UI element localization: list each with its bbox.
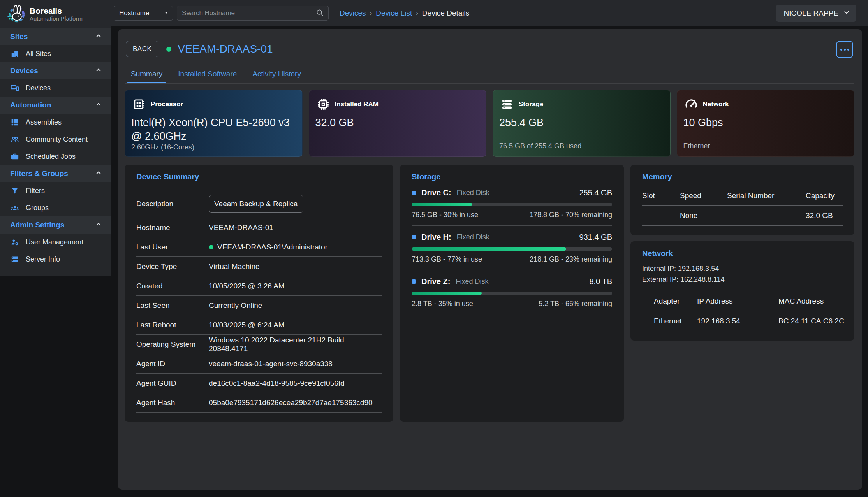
devices-icon (10, 83, 19, 93)
user-menu-button[interactable]: NICOLE RAPPE (776, 5, 856, 22)
ram-subtext (315, 142, 479, 150)
drive-h-block: Drive H: Fixed Disk 931.4 GB 713.3 GB - … (412, 226, 612, 270)
tab-summary[interactable]: Summary (130, 67, 163, 83)
summary-row-operating-system: Operating System Windows 10 2022 Datacen… (136, 335, 382, 354)
summary-row-agent-guid: Agent GUID de16c0c1-8aa2-4d18-9585-9ce91… (136, 374, 382, 393)
row-value: 10/05/2025 @ 3:26 AM (209, 282, 382, 290)
network-col-adapter: Adapter (654, 297, 697, 306)
app-root: Borealis Automation Platform Sites All S… (0, 0, 868, 497)
grid-icon (10, 118, 19, 127)
search-icon[interactable] (316, 9, 324, 18)
filter-icon (10, 186, 19, 195)
caret-down-icon (164, 9, 169, 17)
sidebar: Borealis Automation Platform Sites All S… (0, 0, 111, 497)
search-field-dropdown[interactable]: Hostname (114, 6, 173, 21)
sidebar-section-devices[interactable]: Devices (0, 62, 111, 79)
device-summary-panel: Device Summary Description Hostname VEEA… (125, 165, 393, 422)
brand-name: Borealis (30, 6, 83, 15)
briefcase-icon (10, 152, 19, 161)
card-title: Network (703, 100, 729, 108)
more-options-button[interactable] (836, 41, 853, 58)
network-row: Ethernet 192.168.3.54 BC:24:11:CA:C6:2C (642, 311, 843, 331)
row-value: de16c0c1-8aa2-4d18-9585-9ce91cf056fd (209, 379, 382, 388)
tab-installed-software[interactable]: Installed Software (177, 67, 238, 83)
panels-row: Device Summary Description Hostname VEEA… (125, 165, 854, 422)
sidebar-section-filters-groups[interactable]: Filters & Groups (0, 165, 111, 182)
memory-row: None 32.0 GB (642, 205, 843, 226)
drive-used: 2.8 TB - 35% in use (412, 300, 473, 308)
row-label: Agent GUID (136, 379, 209, 388)
brand-header[interactable]: Borealis Automation Platform (0, 0, 111, 28)
drive-total: 255.4 GB (579, 188, 612, 197)
row-label: Description (136, 200, 209, 208)
drive-h-progress-fill (412, 247, 566, 251)
breadcrumb-current: Device Details (422, 9, 469, 18)
borealis-rabbit-logo-icon (5, 3, 26, 25)
search-field-selected: Hostname (119, 9, 149, 17)
drive-h-progressbar (412, 247, 612, 251)
sidebar-section-sites[interactable]: Sites (0, 28, 111, 45)
drive-total: 931.4 GB (579, 233, 612, 242)
device-summary-table: Description Hostname VEEAM-DRAAS-01 Last… (136, 190, 382, 413)
sidebar-item-label: Filters (26, 187, 45, 195)
drive-bullet-icon (412, 235, 416, 239)
sidebar-item-community-content[interactable]: Community Content (0, 131, 111, 148)
back-button[interactable]: BACK (126, 41, 158, 57)
network-panel-title: Network (642, 249, 843, 258)
summary-row-created: Created 10/05/2025 @ 3:26 AM (136, 276, 382, 296)
breadcrumb: Devices › Device List › Device Details (340, 9, 469, 18)
card-title: Installed RAM (335, 100, 379, 108)
search-input[interactable] (182, 9, 316, 17)
row-value: 10/03/2025 @ 6:24 AM (209, 321, 382, 329)
breadcrumb-devices[interactable]: Devices (340, 9, 366, 18)
user-name: NICOLE RAPPE (784, 9, 838, 18)
row-label: Agent Hash (136, 399, 209, 407)
drive-z-progress-fill (412, 292, 482, 295)
chevron-up-icon (95, 32, 102, 41)
online-status-dot (209, 245, 213, 249)
sidebar-item-all-sites[interactable]: All Sites (0, 45, 111, 62)
network-table: Adapter IP Address MAC Address Ethernet … (642, 295, 843, 331)
sidebar-item-groups[interactable]: Groups (0, 199, 111, 216)
processor-card: Processor Intel(R) Xeon(R) CPU E5-2690 v… (125, 90, 303, 157)
server-icon (10, 255, 19, 264)
sidebar-section-automation[interactable]: Automation (0, 97, 111, 114)
summary-row-last-seen: Last Seen Currently Online (136, 296, 382, 315)
breadcrumb-device-list[interactable]: Device List (376, 9, 412, 18)
sidebar-item-label: Scheduled Jobs (26, 153, 76, 161)
section-label: Filters & Groups (10, 169, 68, 178)
section-label: Admin Settings (10, 221, 64, 229)
device-status-dot (166, 47, 171, 52)
sidebar-item-filters[interactable]: Filters (0, 182, 111, 199)
row-value: 05ba0e7935171d626ecea29b27d7ae175363cd90 (209, 399, 382, 407)
drive-total: 8.0 TB (589, 277, 612, 286)
row-value: VEEAM-DRAAS-01\Administrator (217, 243, 327, 251)
sidebar-item-server-info[interactable]: Server Info (0, 251, 111, 268)
memory-table: Slot Speed Serial Number Capacity None (642, 189, 843, 226)
row-label: Operating System (136, 340, 209, 349)
drive-name: Drive C: (421, 188, 451, 197)
card-title: Processor (151, 100, 183, 108)
sidebar-item-user-management[interactable]: User Management (0, 234, 111, 251)
storage-panel-title: Storage (412, 172, 612, 181)
sidebar-item-label: Server Info (26, 255, 60, 263)
network-panel: Network Internal IP: 192.168.3.54 Extern… (630, 241, 854, 341)
sidebar-item-devices[interactable]: Devices (0, 79, 111, 97)
drive-remaining: 218.1 GB - 23% remaining (530, 255, 612, 263)
drive-remaining: 178.8 GB - 70% remaining (530, 211, 612, 219)
description-input[interactable] (209, 195, 303, 213)
network-col-ip: IP Address (697, 297, 778, 306)
ram-value: 32.0 GB (315, 116, 479, 130)
topbar: Hostname Devices › Device List › Device … (111, 0, 868, 26)
device-summary-title: Device Summary (136, 172, 382, 181)
chevron-up-icon (95, 101, 102, 110)
sidebar-item-scheduled-jobs[interactable]: Scheduled Jobs (0, 148, 111, 165)
tab-activity-history[interactable]: Activity History (252, 67, 302, 83)
sidebar-section-admin-settings[interactable]: Admin Settings (0, 216, 111, 234)
search-box (177, 6, 329, 21)
sidebar-item-assemblies[interactable]: Assemblies (0, 114, 111, 131)
row-label: Device Type (136, 262, 209, 271)
sidebar-item-label: All Sites (26, 50, 51, 58)
drive-z-block: Drive Z: Fixed Disk 8.0 TB 2.8 TB - 35% … (412, 270, 612, 314)
drive-name: Drive Z: (421, 277, 450, 286)
